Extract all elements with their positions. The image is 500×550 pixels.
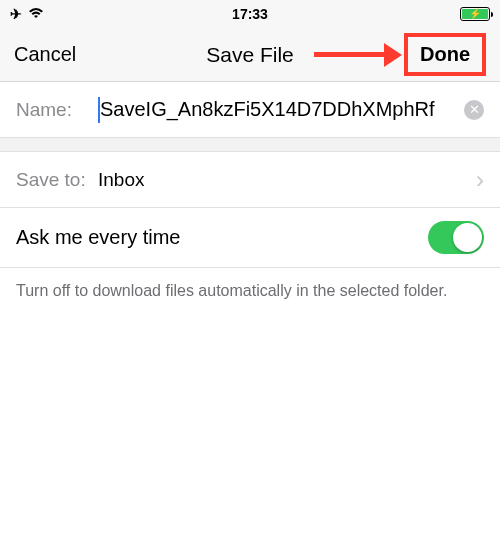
close-icon: ✕ (469, 103, 480, 116)
ask-every-time-toggle[interactable] (428, 221, 484, 254)
airplane-mode-icon: ✈ (10, 6, 22, 22)
save-to-value: Inbox (98, 169, 476, 191)
done-button-label: Done (404, 33, 486, 76)
name-input[interactable]: SaveIG_An8kzFi5X14D7DDhXMphRf (98, 97, 458, 123)
ask-every-time-label: Ask me every time (16, 226, 180, 249)
name-value: SaveIG_An8kzFi5X14D7DDhXMphRf (100, 98, 435, 121)
footer-text: Turn off to download files automatically… (0, 268, 500, 314)
status-left: ✈ (10, 6, 44, 22)
nav-bar: Cancel Save File Done (0, 28, 500, 82)
content: Name: SaveIG_An8kzFi5X14D7DDhXMphRf ✕ Sa… (0, 82, 500, 314)
charging-bolt-icon: ⚡ (469, 9, 481, 19)
wifi-icon (28, 6, 44, 22)
page-title: Save File (206, 43, 294, 67)
save-to-label: Save to: (16, 169, 98, 191)
name-row[interactable]: Name: SaveIG_An8kzFi5X14D7DDhXMphRf ✕ (0, 82, 500, 138)
toggle-knob (453, 223, 482, 252)
status-time: 17:33 (232, 6, 268, 22)
status-bar: ✈ 17:33 ⚡ (0, 0, 500, 28)
battery-icon: ⚡ (460, 7, 490, 21)
done-button[interactable]: Done (404, 33, 486, 76)
clear-text-button[interactable]: ✕ (464, 100, 484, 120)
save-to-row[interactable]: Save to: Inbox › (0, 152, 500, 208)
annotation-arrow (314, 43, 402, 67)
name-label: Name: (16, 99, 98, 121)
row-gap (0, 138, 500, 152)
cancel-button[interactable]: Cancel (14, 43, 76, 66)
chevron-right-icon: › (476, 166, 484, 194)
ask-every-time-row: Ask me every time (0, 208, 500, 268)
status-right: ⚡ (460, 7, 490, 21)
